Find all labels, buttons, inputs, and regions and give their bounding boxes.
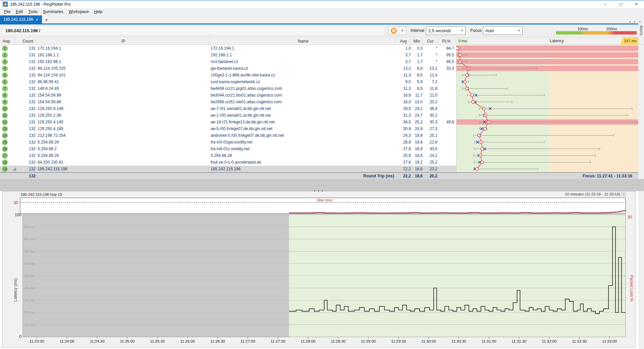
- hop-name: cust-kaora-supernetwork.cz: [211, 78, 392, 85]
- column-header-hop[interactable]: Hop: [3, 37, 13, 45]
- pause-button[interactable]: [388, 26, 399, 35]
- hop-number-badge: 13: [2, 125, 8, 132]
- hop-ip: 88.86.98.41: [38, 78, 172, 85]
- tab-scroll-left-icon[interactable]: ◂: [629, 20, 631, 23]
- hop-ip: 5.254.88.26: [38, 139, 172, 146]
- window-title: 185.242.115.196 - PingPlotter Pro: [10, 2, 71, 7]
- maximize-button[interactable]: ▢: [613, 0, 629, 8]
- hop-row-3[interactable]: 3131192.162.96.1ns3.bartanet.cz3,71,7*85…: [0, 58, 457, 65]
- hop-name: ae-1.r00.vienat01.at.bb.gin.ntt.net: [211, 112, 392, 119]
- hop-number-badge: 9: [2, 99, 8, 105]
- menu-workspace[interactable]: Workspace: [66, 8, 92, 15]
- hop-name: 172.16.194.1: [211, 45, 392, 52]
- new-tab-button[interactable]: +: [42, 15, 51, 23]
- svg-text:11:25:30: 11:25:30: [150, 339, 165, 343]
- hop-number-badge: 7: [2, 85, 8, 92]
- hop-packet-loss: [439, 112, 454, 119]
- hop-count: 132: [20, 72, 36, 78]
- tab-scroll-right-icon[interactable]: ▸: [634, 20, 636, 23]
- column-header-min[interactable]: Min: [411, 37, 423, 45]
- svg-text:Latency (ms): Latency (ms): [13, 278, 18, 301]
- column-header-cur[interactable]: Cur: [423, 37, 437, 45]
- menu-summaries[interactable]: Summaries: [40, 8, 66, 15]
- svg-text:11:31:00: 11:31:00: [482, 339, 496, 343]
- hop-row-12[interactable]: 12131129.250.4.145ae-18.r21.frnkge13.de.…: [0, 119, 457, 125]
- hop-row-17[interactable]: 171325.254.86.265.254.86.2625,918,524,1: [0, 152, 457, 159]
- hop-packet-loss: [439, 152, 454, 159]
- focus-select[interactable]: Auto▼: [483, 26, 523, 35]
- hop-min: 25,2: [411, 119, 423, 125]
- summary-cur: 20,2: [423, 173, 437, 179]
- hop-packet-loss: [439, 166, 454, 172]
- hop-ip: 192.168.1.1: [38, 52, 172, 58]
- hop-count: 132: [20, 139, 36, 146]
- interval-value: 2,5 seconds: [428, 28, 451, 33]
- tab-scroll-controls: ◂▸▾: [629, 20, 644, 23]
- hop-avg: 26,9: [396, 139, 411, 146]
- svg-text:11:29:00: 11:29:00: [361, 339, 376, 343]
- column-header-avg[interactable]: Avg: [396, 37, 411, 45]
- column-header-pl[interactable]: PL%: [439, 37, 454, 45]
- hop-name: fra-in8-01c.voxility.net: [211, 146, 392, 152]
- svg-text:11:32:30: 11:32:30: [572, 339, 587, 343]
- hop-avg: 24,3: [396, 132, 411, 139]
- menu-edit[interactable]: Edit: [13, 8, 25, 15]
- menu-tools[interactable]: Tools: [25, 8, 40, 15]
- hop-count: 132: [20, 78, 36, 85]
- hop-row-13[interactable]: 13132129.250.4.185ae-5.r00.frnkge07.de.b…: [0, 125, 457, 132]
- hop-min: 0,3: [411, 45, 423, 52]
- minimize-button[interactable]: ─: [598, 0, 613, 8]
- target-address-field[interactable]: 185.242.115.196 /: [2, 26, 385, 35]
- hop-avg: 3,7: [396, 58, 411, 65]
- hop-row-11[interactable]: 11132129.250.2.36ae-1.r00.vienat01.at.bb…: [0, 112, 457, 119]
- splitter-drag-handle[interactable]: [314, 190, 323, 191]
- hop-ip: 149.6.24.49: [38, 85, 172, 92]
- hop-packet-loss: [439, 72, 454, 78]
- hop-row-19[interactable]: 19132185.242.115.196185.242.115.19622,21…: [0, 166, 457, 172]
- close-button[interactable]: ✕: [629, 0, 644, 8]
- hop-row-18[interactable]: 1813284.200.230.81fra4.xe-0-1-0.accelera…: [0, 159, 457, 166]
- hop-number-badge: 2: [2, 52, 8, 58]
- round-trip-summary-row: 132 Round Trip (ms) 22,2 18,6 20,2 Focus…: [0, 172, 638, 179]
- column-header-count[interactable]: Count: [20, 37, 36, 45]
- pause-dropdown-button[interactable]: ▼: [399, 26, 406, 35]
- hop-row-5[interactable]: 513294.124.104.101100ge3-1-1-666.asr9k-s…: [0, 72, 457, 78]
- hop-row-2[interactable]: 2131192.168.1.1192.168.1.13,71,7*85,5: [0, 52, 457, 58]
- panel-splitter[interactable]: [0, 179, 644, 191]
- svg-text:30: 30: [628, 215, 632, 220]
- hop-row-1[interactable]: 1131172.16.194.1172.16.194.11,00,3*84,7: [0, 45, 457, 52]
- hop-ip: 154.54.59.86: [38, 99, 172, 105]
- column-header-name[interactable]: Name: [211, 37, 396, 45]
- hop-row-8[interactable]: 8132154.54.59.98be3044.ccr21.bts01.atlas…: [0, 92, 457, 99]
- hop-row-4[interactable]: 413294.124.105.225gw-bartanet.kaora.cz13…: [0, 65, 457, 72]
- hop-ip: 94.124.104.101: [38, 72, 172, 78]
- menu-help[interactable]: Help: [92, 8, 105, 15]
- header-divider: [423, 38, 423, 44]
- hop-row-6[interactable]: 613288.86.98.41cust-kaora-supernetwork.c…: [0, 78, 457, 85]
- hop-row-16[interactable]: 161325.254.88.2fra-in8-01c.voxility.net2…: [0, 146, 457, 152]
- hop-avg: 31,3: [396, 112, 411, 119]
- hop-row-14[interactable]: 14132213.198.72.154andronet-0.r00.frnkge…: [0, 132, 457, 139]
- hop-cur: 12,4: [423, 72, 437, 78]
- hop-row-7[interactable]: 7132149.6.24.49be4406.ccr21.prg01.atlas.…: [0, 85, 457, 92]
- header-divider: [411, 38, 411, 44]
- interval-select[interactable]: 2,5 seconds▼: [426, 26, 466, 35]
- tab-target[interactable]: 185.242.115.196 ✔: [0, 15, 42, 23]
- hop-name: 192.168.1.1: [211, 52, 392, 58]
- latency-column-title: Latency: [523, 37, 590, 45]
- column-header-ip[interactable]: IP: [38, 37, 209, 45]
- svg-text:90 ms: 90 ms: [24, 225, 35, 229]
- hop-cur: 25,1: [423, 132, 437, 139]
- hop-graph-icon: [13, 166, 16, 172]
- hop-ip: 5.254.86.26: [38, 152, 172, 159]
- hop-cur: 20,2: [423, 166, 437, 172]
- hop-avg: 9,0: [396, 78, 411, 85]
- summary-count: 132: [20, 173, 36, 179]
- hop-row-15[interactable]: 151325.254.88.26fra-in3-01gw.voxility.ne…: [0, 139, 457, 146]
- hop-row-9[interactable]: 9132154.54.59.86be2988.ccr51.vie01.atlas…: [0, 99, 457, 105]
- menu-file[interactable]: File: [1, 8, 13, 15]
- legend-gradient-bar: [556, 31, 637, 35]
- hop-name: 100ge3-1-1-666.asr9k-sitel.kaora.cz: [211, 72, 392, 78]
- tab-list-icon[interactable]: ▾: [639, 20, 641, 23]
- hop-row-10[interactable]: 10132129.250.9.149ae-7.r01.vienat01.at.b…: [0, 105, 457, 112]
